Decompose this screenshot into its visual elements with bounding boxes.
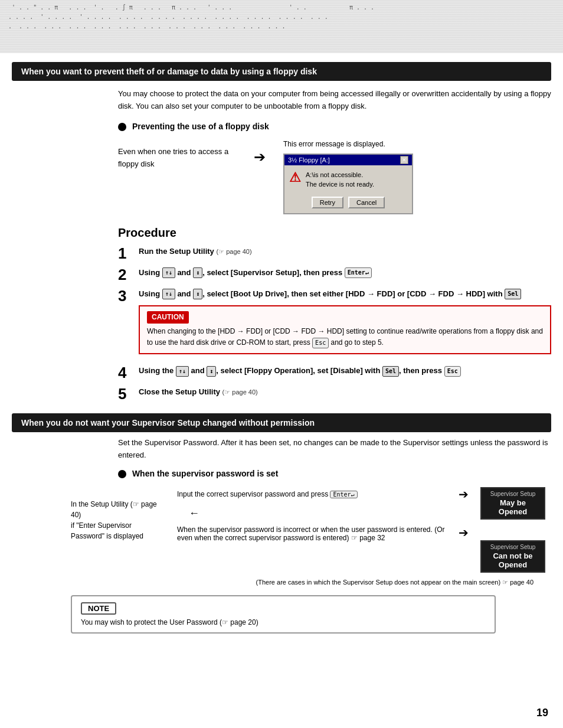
dialog-buttons: Retry Cancel [284,194,412,213]
diagram-left-label: In the Setup Utility (☞ page 40) if "Ent… [71,499,165,541]
dialog-titlebar: 3½ Floppy [A:] ✕ [284,155,412,165]
step-2: 2 Using ↑↓ and ↕, select [Supervisor Set… [118,267,551,282]
result-may-open: Supervisor Setup May be Opened [480,487,545,520]
dialog-close-button[interactable]: ✕ [400,156,408,164]
password-flow-diagram: In the Setup Utility (☞ page 40) if "Ent… [71,487,551,573]
flow2-row: When the supervisor password is incorrec… [177,525,469,542]
cancel-button[interactable]: Cancel [348,197,385,208]
result2-title: Supervisor Setup [485,544,541,550]
caution-label: CAUTION [147,311,189,324]
note-box: NOTE You may wish to protect the User Pa… [71,595,496,634]
right-arrow-icon: ➔ [254,149,266,165]
dialog-line1: A:\is not accessible. [306,170,374,180]
dialog-line2: The device is not ready. [306,179,374,190]
error-note-text: This error message is displayed. [283,140,385,148]
note-label: NOTE [81,602,116,615]
step-4-content: Using the ↑↓ and ↕, select [Floppy Opera… [139,365,551,377]
section1-header: When you want to prevent theft of or dam… [12,62,551,81]
steps-area: 1 Run the Setup Utility (☞ page 40) 2 Us… [118,246,551,401]
step-3-content: Using ↑↓ and ↕, select [Boot Up Drive], … [139,288,551,359]
password-section-title: When the supervisor password is set [118,469,551,478]
noise-text: ' . . " . . π . . . ' . . ∫ π . . . π . … [0,0,563,34]
bullet-title: Preventing the use of a floppy disk [118,122,551,131]
dialog-body: ⚠ A:\is not accessible. The device is no… [284,165,412,194]
step-2-content: Using ↑↓ and ↕, select [Supervisor Setup… [139,267,551,279]
step-3-number: 3 [118,288,133,303]
diagram-right-results: Supervisor Setup May be Opened Superviso… [480,487,551,573]
error-icon: ⚠ [289,170,301,185]
section2-header: When you do not want your Supervisor Set… [12,413,551,432]
flow1-row: Input the correct supervisor password an… [177,487,469,501]
page-number: 19 [536,707,548,719]
result1-status: May be Opened [485,498,541,516]
supervisor-intro: Set the Supervisor Password. After it ha… [118,437,551,462]
result-cannot-open: Supervisor Setup Can not be Opened [480,540,545,573]
diagram-left-label-line1: In the Setup Utility (☞ page 40) [71,499,165,520]
result2-status: Can not be Opened [485,551,541,569]
left-arrow-icon: ← [189,507,469,520]
bullet-dot2-icon [118,470,126,478]
flow1-text: Input the correct supervisor password an… [177,490,454,498]
diagram-left-label-line2: if "Enter Supervisor Password" is displa… [71,520,165,541]
floppy-desc-text: Even when one tries to access a floppy d… [118,146,236,171]
side-note: (There are cases in which the Supervisor… [12,579,533,586]
main-content: When you want to prevent theft of or dam… [0,62,563,663]
step-5-content: Close the Setup Utility (☞ page 40) [139,386,551,399]
retry-button[interactable]: Retry [312,197,343,208]
step-1-content: Run the Setup Utility (☞ page 40) [139,246,551,258]
diagram-center: Input the correct supervisor password an… [177,487,469,542]
right-arrow2-icon: ➔ [459,525,469,540]
right-arrow1-icon: ➔ [459,487,469,501]
step-3: 3 Using ↑↓ and ↕, select [Boot Up Drive]… [118,288,551,359]
procedure-title: Procedure [118,226,551,240]
error-dialog-area: Even when one tries to access a floppy d… [118,140,551,214]
caution-box: CAUTION When changing to the [HDD → FDD]… [139,305,551,355]
floppy-dialog: 3½ Floppy [A:] ✕ ⚠ A:\is not accessible.… [283,154,413,214]
step-5-number: 5 [118,386,133,401]
step-1: 1 Run the Setup Utility (☞ page 40) [118,246,551,261]
step-4-number: 4 [118,365,133,380]
step-1-number: 1 [118,246,133,261]
section1-intro: You may choose to protect the data on yo… [118,88,551,113]
note-text: You may wish to protect the User Passwor… [81,618,486,626]
caution-text: When changing to the [HDD → FDD] or [CDD… [147,326,543,348]
flow2-text: When the supervisor password is incorrec… [177,525,454,542]
top-noise-area: ' . . " . . π . . . ' . . ∫ π . . . π . … [0,0,563,53]
error-dialog-wrapper: This error message is displayed. 3½ Flop… [283,140,413,214]
dialog-title: 3½ Floppy [A:] [288,156,330,164]
step-5: 5 Close the Setup Utility (☞ page 40) [118,386,551,401]
bullet-dot-icon [118,123,126,131]
step-2-number: 2 [118,267,133,282]
result1-title: Supervisor Setup [485,491,541,497]
preventing-floppy-section: Preventing the use of a floppy disk [118,122,551,131]
step-4: 4 Using the ↑↓ and ↕, select [Floppy Ope… [118,365,551,380]
enter-key-icon: Enter↵ [330,491,357,498]
dialog-message: A:\is not accessible. The device is not … [306,170,374,190]
